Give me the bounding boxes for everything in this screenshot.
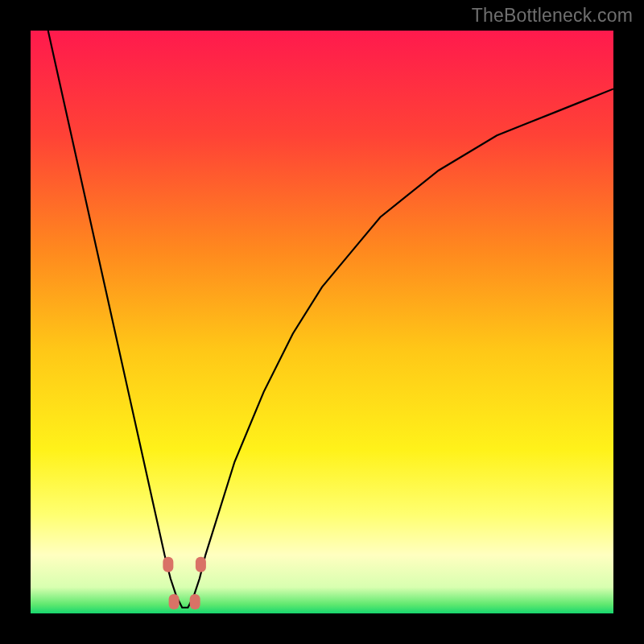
curve-marker	[169, 594, 180, 609]
curve-marker	[196, 557, 206, 572]
curve-marker	[163, 557, 173, 572]
curve-marker	[190, 594, 200, 609]
outer-frame: TheBottleneck.com	[0, 0, 644, 644]
gradient-background	[31, 31, 613, 613]
watermark-text: TheBottleneck.com	[472, 5, 633, 27]
bottleneck-chart	[31, 31, 613, 613]
chart-area	[31, 31, 613, 613]
